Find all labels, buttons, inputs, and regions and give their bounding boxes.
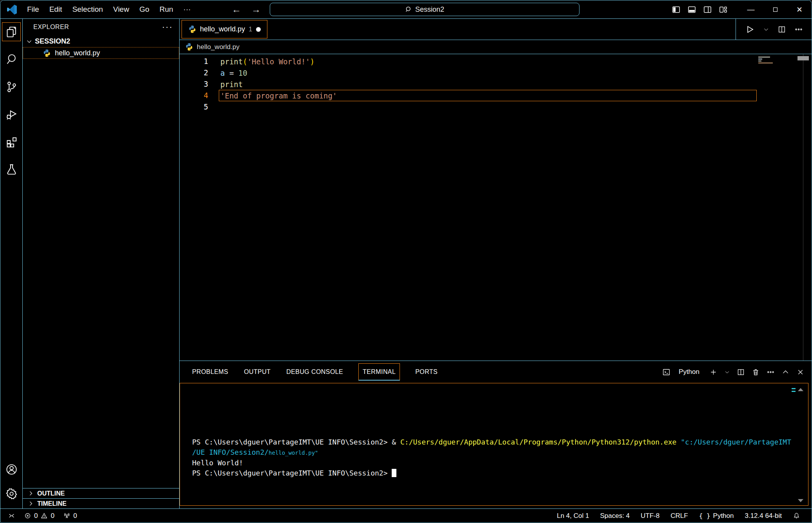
panel-tab-debug-console[interactable]: DEBUG CONSOLE: [282, 363, 347, 381]
ports-status[interactable]: 0: [59, 509, 81, 523]
minimize-icon: —: [747, 5, 755, 14]
panel-tab-ports[interactable]: PORTS: [411, 363, 442, 381]
remote-indicator[interactable]: [4, 509, 20, 523]
layout-controls: [672, 5, 728, 14]
split-terminal-icon[interactable]: [737, 368, 745, 376]
statusbar-right: Ln 4, Col 1 Spaces: 4 UTF-8 CRLF { } Pyt…: [552, 509, 805, 523]
python-file-icon: [185, 43, 193, 51]
forward-arrow-icon[interactable]: →: [251, 4, 262, 15]
panel-more-actions-icon[interactable]: [767, 368, 775, 376]
editor-scrollbar[interactable]: [795, 54, 812, 361]
kill-terminal-trash-icon[interactable]: [752, 368, 760, 376]
terminal-line-1: PS C:\Users\dguer\PartageIMT\UE INFO\Ses…: [192, 437, 792, 447]
problems-status[interactable]: 0 0: [20, 509, 59, 523]
folder-session2[interactable]: SESSION2: [23, 35, 179, 47]
remote-icon: [8, 512, 15, 519]
code-editor[interactable]: 1print('Hello World!')2a = 103print4'End…: [180, 54, 812, 361]
braces-icon: { }: [699, 512, 710, 519]
history-navigation: ← →: [231, 4, 262, 15]
code-text: a = 10: [219, 67, 757, 78]
python-version[interactable]: 3.12.4 64-bit: [740, 509, 786, 523]
activitybar-search[interactable]: [2, 50, 21, 69]
accounts-button[interactable]: [2, 460, 21, 479]
panel-tab-output[interactable]: OUTPUT: [240, 363, 275, 381]
terminal-scroll-down-icon[interactable]: [798, 499, 803, 502]
tab-problems-badge: 1: [249, 26, 252, 33]
terminal-scroll-up-icon[interactable]: [798, 388, 803, 391]
code-line-3[interactable]: 3print: [180, 78, 757, 90]
notifications[interactable]: [788, 509, 805, 523]
run-python-file-icon[interactable]: [745, 24, 755, 35]
radio-tower-icon: [63, 512, 71, 519]
toggle-secondary-sidebar-icon[interactable]: [703, 5, 712, 14]
terminal-icon: [662, 368, 670, 376]
python-file-icon: [188, 25, 196, 33]
sidebar-more-actions[interactable]: ···: [162, 25, 173, 29]
bell-icon: [793, 512, 800, 519]
code-line-2[interactable]: 2a = 10: [180, 67, 757, 78]
activitybar-run-debug[interactable]: [2, 105, 21, 124]
main-area: EXPLORER ··· SESSION2 hello_world.py OUT…: [0, 19, 812, 508]
new-terminal-icon[interactable]: [709, 368, 718, 376]
terminal-dropdown-chevron-icon[interactable]: [724, 369, 730, 375]
toggle-sidebar-icon[interactable]: [672, 5, 681, 14]
terminal-profile-label: Python: [679, 368, 699, 376]
back-arrow-icon[interactable]: ←: [231, 4, 242, 15]
panel-tabs: PROBLEMSOUTPUTDEBUG CONSOLETERMINALPORTS: [192, 361, 438, 383]
breadcrumb[interactable]: hello_world.py: [180, 40, 812, 54]
minimize-button[interactable]: —: [739, 0, 763, 18]
toggle-panel-icon[interactable]: [687, 5, 696, 14]
activitybar-extensions[interactable]: [2, 132, 21, 151]
eol-sequence[interactable]: CRLF: [666, 509, 692, 523]
customize-layout-icon[interactable]: [719, 5, 728, 14]
close-panel-icon[interactable]: [796, 368, 805, 376]
panel-tab-terminal[interactable]: TERMINAL: [358, 363, 400, 381]
tab-hello-world[interactable]: hello_world.py 1: [182, 20, 267, 38]
modified-dot-icon[interactable]: [256, 27, 261, 32]
menu-edit[interactable]: Edit: [44, 3, 67, 16]
terminal-output[interactable]: PS C:\Users\dguer\PartageIMT\UE INFO\Ses…: [180, 383, 808, 506]
settings-button[interactable]: [2, 484, 21, 503]
maximize-panel-chevron-icon[interactable]: [781, 368, 790, 376]
line-number: 1: [180, 56, 208, 67]
cursor-position[interactable]: Ln 4, Col 1: [552, 509, 593, 523]
panel-actions: Python: [662, 368, 805, 376]
minimap[interactable]: [757, 55, 794, 102]
explorer-sidebar: EXPLORER ··· SESSION2 hello_world.py OUT…: [23, 19, 180, 508]
warnings-count: 0: [51, 512, 54, 520]
outline-label: OUTLINE: [37, 490, 65, 497]
warnings-icon: [40, 512, 48, 519]
more-actions-icon[interactable]: [794, 25, 803, 34]
activity-bar: [0, 19, 23, 508]
activitybar-testing[interactable]: [2, 160, 21, 179]
menu-file[interactable]: File: [22, 3, 44, 16]
language-mode[interactable]: { } Python: [695, 509, 738, 523]
menu-run[interactable]: Run: [154, 3, 178, 16]
activitybar-source-control[interactable]: [2, 77, 21, 96]
menu-view[interactable]: View: [108, 3, 134, 16]
code-line-1[interactable]: 1print('Hello World!'): [180, 56, 757, 67]
activitybar-explorer[interactable]: [2, 22, 21, 41]
sidebar-title: EXPLORER: [33, 24, 69, 31]
code-line-4[interactable]: 4'End of program is coming': [180, 90, 757, 101]
code-line-5[interactable]: 5: [180, 101, 757, 113]
breadcrumb-file: hello_world.py: [197, 43, 240, 51]
maximize-button[interactable]: [763, 0, 787, 18]
scrollbar-handle[interactable]: [797, 56, 809, 60]
outline-section[interactable]: OUTLINE: [23, 488, 179, 498]
timeline-section[interactable]: TIMELINE: [23, 498, 179, 508]
menu-go[interactable]: Go: [134, 3, 154, 16]
indentation[interactable]: Spaces: 4: [596, 509, 634, 523]
panel-header: PROBLEMSOUTPUTDEBUG CONSOLETERMINALPORTS…: [180, 361, 812, 383]
command-center-search[interactable]: Session2: [270, 3, 579, 16]
panel-tab-problems[interactable]: PROBLEMS: [188, 363, 233, 381]
encoding[interactable]: UTF-8: [636, 509, 664, 523]
run-dropdown-chevron-icon[interactable]: [763, 26, 769, 33]
split-editor-icon[interactable]: [777, 25, 786, 34]
close-button[interactable]: ✕: [787, 0, 812, 18]
menu-selection[interactable]: Selection: [67, 3, 108, 16]
sidebar-header: EXPLORER ···: [23, 19, 179, 35]
extensions-icon: [5, 135, 18, 148]
menu-[interactable]: ···: [178, 3, 196, 16]
file-hello-world[interactable]: hello_world.py: [23, 47, 179, 59]
